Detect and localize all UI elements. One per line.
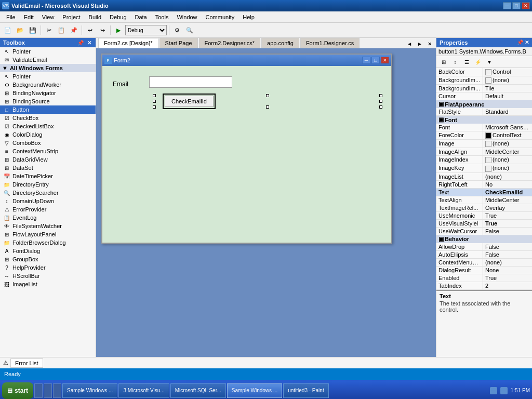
toolbox-item-pointer-top[interactable]: ↖ Pointer — [0, 47, 96, 56]
toolbox-item-groupbox[interactable]: ⊞ GroupBox — [0, 255, 96, 263]
menu-file[interactable]: File — [2, 13, 20, 21]
prop-value-textalign[interactable]: MiddleCenter — [483, 196, 532, 204]
prop-value-usemnemonic[interactable]: True — [483, 212, 532, 219]
toolbox-item-validateemail[interactable]: ✉ ValidateEmail — [0, 56, 96, 64]
toolbox-section-all-windows-forms[interactable]: ▼ All Windows Forms — [0, 64, 96, 72]
toolbox-item-dataset[interactable]: ⊞ DataSet — [0, 164, 96, 172]
props-categorized-btn[interactable]: ⊞ — [438, 57, 449, 66]
props-object-selector[interactable]: button1 System.Windows.Forms.B — [436, 47, 532, 56]
tab-form1-designer[interactable]: Form1.Designer.cs — [300, 38, 360, 48]
prop-category-font[interactable]: ▣ Font — [436, 116, 532, 124]
prop-value-usewaitcursor[interactable]: False — [483, 228, 532, 235]
prop-value-flatstyle[interactable]: Standard — [483, 108, 532, 115]
tab-close[interactable]: ✕ — [425, 40, 434, 48]
prop-value-usevisualstyle[interactable]: True — [483, 220, 532, 227]
prop-value-dialogresult[interactable]: None — [483, 267, 532, 274]
prop-value-enabled[interactable]: True — [483, 274, 532, 282]
toolbox-close-btn[interactable]: ✕ — [86, 40, 92, 46]
close-button[interactable]: ✕ — [522, 2, 530, 9]
error-list-tab[interactable]: Error List — [10, 358, 43, 368]
tab-start-page[interactable]: Start Page — [159, 38, 198, 48]
toolbox-item-backgroundworker[interactable]: ⚙ BackgroundWorker — [0, 81, 96, 89]
prop-value-tabindex[interactable]: 2 — [483, 282, 532, 289]
toolbox-item-fontdialog[interactable]: A FontDialog — [0, 247, 96, 255]
props-events-btn[interactable]: ⚡ — [473, 57, 483, 66]
toolbox-item-directoryentry[interactable]: 📁 DirectoryEntry — [0, 180, 96, 189]
menu-tools[interactable]: Tools — [151, 13, 173, 21]
props-more-btn[interactable]: ▼ — [484, 57, 495, 66]
form2-maximize-btn[interactable]: □ — [371, 57, 380, 64]
menu-data[interactable]: Data — [131, 13, 151, 21]
prop-value-autoellipsis[interactable]: False — [483, 251, 532, 258]
minimize-button[interactable]: ─ — [503, 2, 511, 9]
menu-edit[interactable]: Edit — [20, 13, 38, 21]
toolbox-item-bindingnavigator[interactable]: ⊞ BindingNavigator — [0, 89, 96, 97]
prop-value-cursor[interactable]: Default — [483, 92, 532, 100]
toolbox-pin-btn[interactable]: 📌 — [76, 40, 85, 46]
prop-category-flatappearance[interactable]: ▣ FlatAppearanc — [436, 100, 532, 108]
toolbox-item-checkbox[interactable]: ☑ CheckBox — [0, 114, 96, 122]
toolbox-item-domainupdown[interactable]: ↕ DomainUpDown — [0, 197, 96, 205]
prop-value-font[interactable]: Microsoft Sans S... — [483, 124, 532, 131]
redo-btn[interactable]: ↪ — [97, 24, 108, 36]
toolbox-item-colordialog[interactable]: ◉ ColorDialog — [0, 130, 96, 139]
debug-mode-dropdown[interactable]: Debug Release — [125, 25, 167, 35]
menu-community[interactable]: Community — [202, 13, 239, 21]
prop-value-righttoleft[interactable]: No — [483, 181, 532, 188]
form2-minimize-btn[interactable]: ─ — [362, 57, 370, 64]
check-emailid-button[interactable]: CheckEmailId — [165, 96, 214, 107]
toolbox-item-bindingsource[interactable]: ⊞ BindingSource — [0, 97, 96, 105]
toolbox-item-errorprovider[interactable]: ⚠ ErrorProvider — [0, 205, 96, 214]
menu-project[interactable]: Project — [58, 13, 84, 21]
prop-category-behavior[interactable]: ▣ Behavior — [436, 235, 532, 243]
paste-btn[interactable]: 📌 — [68, 24, 79, 36]
toolbox-item-datagridview[interactable]: ⊞ DataGridView — [0, 155, 96, 164]
maximize-button[interactable]: □ — [512, 2, 521, 9]
menu-build[interactable]: Build — [85, 13, 105, 21]
toolbox-item-helpprovider[interactable]: ? HelpProvider — [0, 263, 96, 272]
prop-value-imagelist[interactable]: (none) — [483, 173, 532, 180]
toolbox-item-imagelist[interactable]: 🖼 ImageList — [0, 280, 96, 288]
run-btn[interactable]: ▶ — [113, 24, 124, 36]
taskbar-item-microsoft-visual[interactable]: 3 Microsoft Visu... — [118, 383, 169, 398]
form2-close-btn[interactable]: ✕ — [381, 57, 389, 64]
tab-form2-design[interactable]: Form2.cs [Design]* — [98, 38, 158, 48]
props-properties-btn[interactable]: ☰ — [461, 57, 472, 66]
tab-scroll-right[interactable]: ► — [415, 40, 424, 48]
save-btn[interactable]: 💾 — [27, 24, 38, 36]
undo-btn[interactable]: ↩ — [84, 24, 96, 36]
toolbox-item-eventlog[interactable]: 📋 EventLog — [0, 214, 96, 222]
prop-value-textimagerel[interactable]: Overlay — [483, 204, 532, 211]
prop-value-backgroundimagelayout[interactable]: Tile — [483, 85, 532, 92]
toolbox-item-directorysearcher[interactable]: 🔍 DirectorySearcher — [0, 189, 96, 197]
prop-value-backgroundimage[interactable]: (none) — [483, 76, 532, 84]
props-pin-btn[interactable]: 📌 — [517, 39, 523, 46]
taskbar-item-sample-windows-1[interactable]: Sample Windows ... — [62, 383, 117, 398]
toolbox-item-checkedlistbox[interactable]: ☑ CheckedListBox — [0, 122, 96, 130]
cut-btn[interactable]: ✂ — [43, 24, 55, 36]
toolbox-item-filesystemwatcher[interactable]: 👁 FileSystemWatcher — [0, 222, 96, 230]
toolbox-item-contextmenustrip[interactable]: ≡ ContextMenuStrip — [0, 147, 96, 155]
toolbox-item-pointer[interactable]: ↖ Pointer — [0, 72, 96, 81]
start-button[interactable]: ⊞ start — [2, 382, 33, 399]
copy-btn[interactable]: 📋 — [56, 24, 67, 36]
toolbox-item-hscrollbar[interactable]: ↔ HScrollBar — [0, 272, 96, 280]
tab-form2-designer[interactable]: Form2.Designer.cs* — [199, 38, 261, 48]
prop-value-forecolor[interactable]: ControlText — [483, 131, 532, 139]
menu-view[interactable]: View — [38, 13, 59, 21]
taskbar-item-sample-windows-2[interactable]: Sample Windows ... — [227, 383, 282, 398]
toolbox-item-datetimepicker[interactable]: 📅 DateTimePicker — [0, 172, 96, 180]
open-btn[interactable]: 📂 — [15, 24, 26, 36]
prop-value-imagekey[interactable]: (none) — [483, 164, 532, 172]
toolbox-item-combobox[interactable]: ▽ ComboBox — [0, 139, 96, 147]
toolbar-btn-6[interactable]: 🔍 — [184, 24, 195, 36]
toolbar-btn-5[interactable]: ⚙ — [171, 24, 183, 36]
props-alpha-btn[interactable]: ↕ — [450, 57, 460, 66]
prop-value-imageindex[interactable]: (none) — [483, 156, 532, 164]
taskbar-item-paint[interactable]: untitled3 - Paint — [283, 383, 329, 398]
menu-window[interactable]: Window — [172, 13, 201, 21]
toolbox-item-button[interactable]: □ Button — [0, 105, 96, 114]
tab-scroll-left[interactable]: ◄ — [405, 40, 414, 48]
menu-help[interactable]: Help — [238, 13, 259, 21]
taskbar-item-microsoft-sql[interactable]: Microsoft SQL Ser... — [170, 383, 226, 398]
